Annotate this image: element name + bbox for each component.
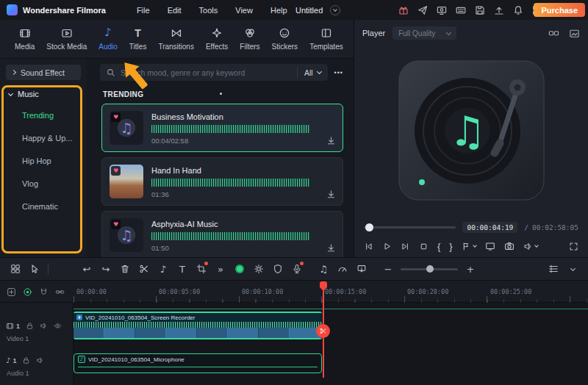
search-box[interactable]: All bbox=[100, 64, 328, 81]
split-scissors-button[interactable] bbox=[135, 259, 154, 278]
snap-magnet-button[interactable] bbox=[39, 287, 49, 297]
menu-edit[interactable]: Edit bbox=[159, 6, 190, 15]
split-cut-badge[interactable] bbox=[316, 324, 330, 338]
save-icon[interactable] bbox=[474, 4, 485, 15]
add-audio-button[interactable]: ♪ bbox=[154, 259, 173, 278]
speed-ramp-button[interactable] bbox=[333, 259, 352, 278]
music-group[interactable]: Music bbox=[0, 82, 87, 104]
tab-stickers[interactable]: Stickers bbox=[266, 20, 304, 58]
undo-button[interactable]: ↩ bbox=[77, 259, 96, 278]
download-icon[interactable] bbox=[326, 190, 336, 199]
shield-denoise-button[interactable] bbox=[268, 259, 287, 278]
search-input[interactable] bbox=[121, 68, 292, 77]
mark-in-button[interactable]: { bbox=[437, 242, 440, 251]
project-dropdown-icon[interactable] bbox=[330, 5, 340, 15]
timeline-options-chevron[interactable] bbox=[563, 259, 582, 278]
mute-speaker-icon[interactable] bbox=[36, 356, 44, 364]
color-adjust-button[interactable] bbox=[249, 259, 268, 278]
multiview-icon[interactable] bbox=[548, 28, 559, 39]
lock-icon[interactable] bbox=[22, 356, 30, 364]
favorite-heart-badge[interactable]: ♥ bbox=[111, 166, 121, 176]
mute-speaker-icon[interactable] bbox=[40, 322, 48, 330]
volume-button[interactable] bbox=[523, 242, 538, 251]
beat-detect-button[interactable]: ♫ bbox=[314, 259, 333, 278]
export-frame-button[interactable] bbox=[352, 259, 371, 278]
screen-record-icon[interactable] bbox=[436, 4, 447, 15]
sidebar-item-cinematic[interactable]: Cinematic bbox=[0, 195, 87, 217]
mirror-display-button[interactable] bbox=[485, 241, 495, 251]
music-item-business-motivation[interactable]: ♫ ♥ Business Motivation 00:04/02:58 bbox=[101, 104, 343, 152]
stop-button[interactable] bbox=[419, 242, 429, 251]
delete-trash-button[interactable] bbox=[115, 259, 135, 278]
audio-clip[interactable]: ♪ VID_20241010_063504_Microphone bbox=[74, 353, 322, 373]
add-track-button[interactable] bbox=[7, 287, 16, 297]
timeline-zoom-slider[interactable] bbox=[401, 268, 458, 270]
add-text-button[interactable]: T bbox=[173, 259, 192, 278]
tab-filters[interactable]: Filters bbox=[234, 20, 265, 58]
timeline-ruler[interactable]: 00:00:00 00:00:05:00 00:00:10:00 00:00:1… bbox=[74, 281, 588, 303]
tab-audio[interactable]: ♪ Audio bbox=[93, 20, 123, 58]
share-export-icon[interactable] bbox=[417, 4, 428, 15]
keyboard-shortcut-icon[interactable] bbox=[455, 4, 466, 15]
sidebar-item-hiphop[interactable]: Hip Hop bbox=[0, 149, 87, 172]
visibility-eye-icon[interactable] bbox=[54, 322, 62, 330]
lock-icon[interactable] bbox=[26, 322, 34, 330]
mark-out-button[interactable]: } bbox=[449, 242, 452, 251]
gift-icon[interactable] bbox=[398, 4, 409, 15]
fullscreen-button[interactable] bbox=[569, 242, 578, 251]
video-clip[interactable]: VID_20241010_063504_Screen Recorder bbox=[74, 312, 322, 339]
tab-stock-media[interactable]: Stock Media bbox=[40, 20, 93, 58]
menu-file[interactable]: File bbox=[128, 6, 159, 15]
sidebar-item-happy[interactable]: Happy & Up... bbox=[0, 126, 87, 149]
timeline-lane-area[interactable]: VID_20241010_063504_Screen Recorder ♪ VI… bbox=[74, 303, 588, 385]
cloud-upload-icon[interactable] bbox=[493, 4, 504, 15]
sidebar-item-trending[interactable]: Trending bbox=[0, 104, 87, 126]
tab-transitions[interactable]: Transitions bbox=[152, 20, 200, 58]
stickers-icon bbox=[279, 26, 290, 39]
audio-clip-waveform bbox=[78, 364, 318, 370]
tab-titles[interactable]: T Titles bbox=[123, 20, 153, 58]
quality-dropdown[interactable]: Full Quality bbox=[392, 26, 456, 40]
timeline-zoom-in-button[interactable]: + bbox=[461, 259, 480, 278]
redo-button[interactable]: ↪ bbox=[96, 259, 115, 278]
render-preview-toggle[interactable] bbox=[230, 259, 249, 278]
record-toggle-button[interactable] bbox=[23, 287, 32, 297]
download-icon[interactable] bbox=[326, 243, 336, 253]
marker-flag-button[interactable] bbox=[462, 242, 476, 251]
auto-ripple-link-button[interactable] bbox=[55, 287, 65, 297]
sidebar-item-vlog[interactable]: Vlog bbox=[0, 172, 87, 195]
music-item-hand-in-hand[interactable]: ♥ Hand In Hand 01:36 bbox=[101, 157, 343, 206]
favorite-heart-badge[interactable]: ♥ bbox=[111, 112, 121, 122]
tab-media[interactable]: Media bbox=[9, 20, 40, 58]
favorite-heart-badge[interactable]: ♥ bbox=[111, 220, 121, 229]
tab-templates[interactable]: Templates bbox=[304, 20, 349, 58]
toolbar-divider bbox=[48, 263, 49, 275]
download-icon[interactable] bbox=[326, 136, 336, 145]
play-button[interactable] bbox=[382, 242, 392, 251]
scrubber-knob[interactable] bbox=[365, 223, 373, 231]
all-filter-dropdown[interactable]: All bbox=[297, 67, 321, 78]
snapshot-camera-button[interactable] bbox=[504, 241, 514, 251]
timeline-zoom-out-button[interactable]: − bbox=[379, 259, 398, 278]
notification-bell-icon[interactable] bbox=[512, 4, 523, 15]
menu-view[interactable]: View bbox=[226, 6, 262, 15]
music-item-asphyxia[interactable]: ♫ ♥ Asphyxia-AI Music 01:50 bbox=[101, 211, 343, 257]
purchase-button[interactable]: Purchase bbox=[534, 3, 585, 17]
media-layout-button[interactable] bbox=[6, 259, 25, 278]
scrubber-track[interactable] bbox=[364, 226, 456, 229]
voiceover-mic-button[interactable] bbox=[287, 259, 306, 278]
menu-tools[interactable]: Tools bbox=[190, 6, 227, 15]
menu-help[interactable]: Help bbox=[262, 6, 296, 15]
more-tools-button[interactable]: » bbox=[211, 259, 230, 278]
next-frame-button[interactable] bbox=[401, 242, 410, 251]
more-options-button[interactable]: ••• bbox=[334, 69, 343, 76]
sound-effect-group[interactable]: Sound Effect bbox=[6, 65, 81, 80]
track-height-button[interactable] bbox=[544, 259, 563, 278]
fit-view-icon[interactable] bbox=[569, 28, 580, 39]
select-cursor-button[interactable] bbox=[25, 259, 44, 278]
project-title-area[interactable]: Untitled bbox=[295, 5, 340, 15]
crop-button[interactable] bbox=[192, 259, 211, 278]
previous-frame-button[interactable] bbox=[364, 242, 373, 251]
zoom-slider-knob[interactable] bbox=[426, 265, 434, 273]
tab-effects[interactable]: Effects bbox=[200, 20, 234, 58]
